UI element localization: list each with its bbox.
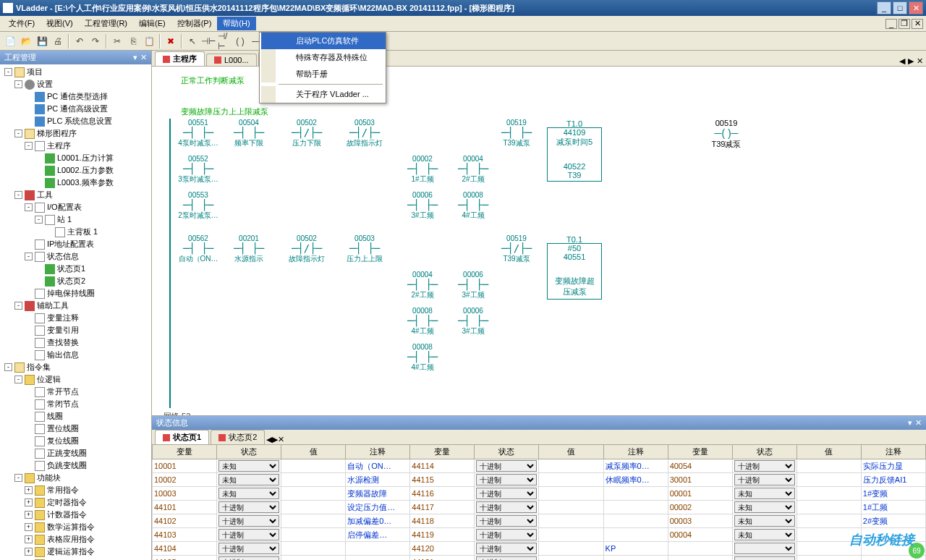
status-tab-1[interactable]: 状态页1 [155, 430, 209, 444]
var-cell[interactable]: 44120 [410, 542, 475, 556]
tree-toggle-icon[interactable]: - [4, 363, 12, 371]
tree-toggle-icon[interactable]: - [35, 216, 43, 224]
var-cell[interactable]: 00004 [668, 528, 732, 542]
menu-edit[interactable]: 编辑(E) [133, 17, 171, 30]
tab-next-icon[interactable]: ▶ [908, 56, 914, 66]
var-cell[interactable]: 44103 [153, 528, 217, 542]
value-cell[interactable] [797, 473, 861, 487]
grid-header[interactable]: 状态 [732, 445, 797, 459]
ladder-contact[interactable]: 00552─┤ ├─3泵时减泵… [178, 155, 218, 184]
var-cell[interactable]: 44118 [410, 514, 475, 528]
state-select[interactable]: 十进制 [218, 556, 279, 560]
state-select[interactable]: 十进制 [476, 556, 537, 560]
open-icon[interactable]: 📂 [19, 34, 33, 48]
tree-toggle-icon[interactable]: - [25, 203, 33, 211]
ladder-contact[interactable]: 00504─┤ ├─频率下限 [229, 119, 269, 148]
var-cell[interactable]: 44105 [153, 556, 217, 561]
ladder-coil[interactable]: 00519─( )─T39减泵 [706, 119, 747, 150]
var-cell[interactable]: 44119 [410, 528, 475, 542]
mdi-close-button[interactable]: ✕ [912, 19, 923, 29]
tree-node[interactable]: -功能块 [1, 472, 150, 484]
tree-node[interactable]: +常用指令 [1, 484, 150, 496]
tree-toggle-icon[interactable]: + [25, 535, 33, 543]
pin-icon[interactable]: ▾ [133, 53, 137, 62]
tree-node[interactable]: 置位线圈 [1, 423, 150, 435]
close-button[interactable]: ✕ [909, 1, 923, 14]
tree-node[interactable]: 变量注释 [1, 312, 150, 324]
menu-file[interactable]: 文件(F) [3, 17, 41, 30]
tree-node[interactable]: 正跳变线圈 [1, 447, 150, 459]
tree-node[interactable]: +定时器指令 [1, 496, 150, 509]
tree-node[interactable]: PC 通信类型选择 [1, 90, 150, 103]
tree-node[interactable]: 输出信息 [1, 349, 150, 361]
tree-node[interactable]: 状态页1 [1, 263, 150, 275]
ladder-editor[interactable]: 正常工作判断减泵变频故障压力上上限减泵00551─┤ ├─4泵时减泵…00504… [152, 67, 926, 415]
var-cell[interactable]: 44102 [153, 514, 217, 528]
delete-icon[interactable]: ✖ [163, 34, 178, 48]
tree-node[interactable]: 负跳变线圈 [1, 459, 150, 472]
panel-close-icon[interactable]: ✕ [140, 53, 147, 62]
tree-node[interactable]: 常闭节点 [1, 398, 150, 410]
value-cell[interactable] [539, 501, 603, 514]
tree-node[interactable]: +逻辑运算指令 [1, 546, 150, 558]
value-cell[interactable] [797, 459, 861, 473]
var-cell[interactable]: 00001 [668, 487, 732, 501]
tree-toggle-icon[interactable]: + [25, 486, 33, 494]
value-cell[interactable] [539, 514, 603, 528]
ladder-contact[interactable]: 00503─┤ ├─压力上上限 [344, 234, 385, 264]
tree-node[interactable]: IP地址配置表 [1, 238, 150, 250]
state-select[interactable]: 十进制 [476, 488, 537, 499]
new-icon[interactable]: 📄 [3, 34, 17, 48]
value-cell[interactable] [539, 556, 603, 561]
value-cell[interactable] [281, 487, 346, 501]
tree-node[interactable]: L0001.压力计算 [1, 152, 150, 164]
tree-toggle-icon[interactable]: + [25, 499, 33, 506]
state-select[interactable]: 十进制 [476, 543, 537, 554]
grid-row[interactable]: 10002未知水源检测44115十进制休眠频率0…30001十进制压力反馈AI1 [153, 473, 926, 487]
tree-node[interactable]: 掉电保持线圈 [1, 287, 150, 300]
redo-icon[interactable]: ↷ [88, 34, 103, 48]
value-cell[interactable] [797, 542, 861, 556]
tree-toggle-icon[interactable]: - [14, 376, 22, 383]
var-cell[interactable] [668, 542, 732, 556]
var-cell[interactable]: 30001 [668, 473, 732, 487]
state-select[interactable]: 未知 [218, 488, 279, 499]
var-cell[interactable]: 44115 [410, 473, 475, 487]
value-cell[interactable] [281, 514, 346, 528]
tree-toggle-icon[interactable]: + [25, 548, 33, 556]
tree-node[interactable]: -I/O配置表 [1, 201, 150, 213]
value-cell[interactable] [797, 528, 861, 542]
value-cell[interactable] [539, 487, 603, 501]
tree-node[interactable]: 线圈 [1, 410, 150, 423]
var-cell[interactable]: 10003 [153, 487, 217, 501]
tree-toggle-icon[interactable]: - [25, 142, 33, 150]
tree-toggle-icon[interactable]: + [25, 523, 33, 531]
tree-toggle-icon[interactable]: - [14, 80, 22, 88]
tree-toggle-icon[interactable]: - [14, 130, 22, 137]
state-select[interactable]: 十进制 [218, 515, 279, 527]
state-select[interactable]: 未知 [218, 460, 279, 472]
menu-project[interactable]: 工程管理(R) [79, 17, 133, 30]
ladder-block[interactable]: T0.1#5040551变频故障超压减泵 [547, 243, 602, 300]
status-grid[interactable]: 变量状态值注释变量状态值注释变量状态值注释10001未知自动（ON…44114十… [152, 444, 926, 560]
tree-node[interactable]: 查找替换 [1, 336, 150, 349]
tab-close-icon[interactable]: ✕ [278, 435, 284, 444]
tree-node[interactable]: -指令集 [1, 361, 150, 373]
var-cell[interactable]: 40054 [668, 459, 732, 473]
var-cell[interactable]: 10002 [153, 473, 217, 487]
value-cell[interactable] [797, 501, 861, 514]
project-tree[interactable]: -项目-设置PC 通信类型选择PC 通信高级设置PLC 系统信息设置-梯形图程序… [0, 64, 151, 560]
tree-node[interactable]: PC 通信高级设置 [1, 103, 150, 115]
menu-about[interactable]: 关于程序 VLadder ... [261, 86, 386, 103]
grid-header[interactable]: 注释 [861, 445, 925, 459]
grid-header[interactable]: 注释 [603, 445, 668, 459]
state-select[interactable]: 未知 [734, 515, 795, 527]
ladder-contact[interactable]: 00519─┤/├─T39减泵 [496, 234, 537, 264]
ladder-contact[interactable]: 00551─┤ ├─4泵时减泵… [178, 119, 218, 148]
value-cell[interactable] [539, 459, 603, 473]
tree-node[interactable]: -项目 [1, 66, 150, 78]
ladder-contact[interactable]: 00503─┤/├─故障指示灯 [344, 119, 385, 148]
grid-header[interactable]: 变量 [153, 445, 217, 459]
grid-header[interactable]: 状态 [475, 445, 539, 459]
grid-row[interactable]: 10003未知变频器故障44116十进制00001未知1#变频 [153, 487, 926, 501]
